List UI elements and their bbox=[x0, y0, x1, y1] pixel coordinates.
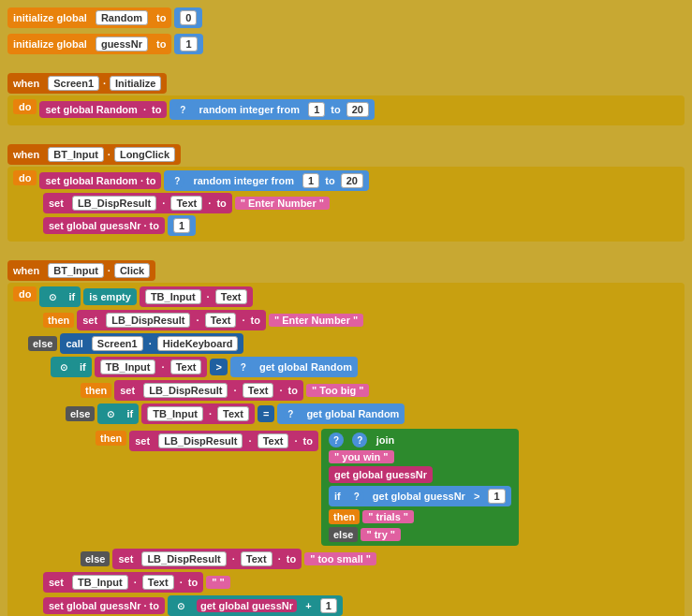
plus-block: ⊙ get global guessNr + 1 bbox=[168, 595, 343, 616]
when-longclick-header: when BT_Input · LongClick bbox=[7, 144, 181, 165]
guess-value-1: 1 bbox=[174, 34, 202, 54]
main-workspace: initialize global Random to 0 initialize… bbox=[7, 7, 685, 616]
set-lb-youwin: set LB_DispResult · Text · to bbox=[129, 431, 318, 451]
set-lb-toobig: set LB_DispResult · Text · to bbox=[114, 380, 303, 401]
set-lb-toosmall: set LB_DispResult · Text · to bbox=[112, 549, 302, 569]
else-keyword-2: else bbox=[66, 406, 95, 421]
inner-if-block: if ? get global guessNr > 1 bbox=[329, 486, 511, 506]
tb-text-gt: TB_Input · Text bbox=[95, 357, 208, 377]
else-keyword-3: else bbox=[81, 551, 110, 566]
then-keyword-2: then bbox=[81, 383, 111, 398]
then-keyword-3: then bbox=[96, 431, 126, 446]
init-guessnr-block[interactable]: initialize global guessNr to 1 bbox=[7, 34, 685, 54]
get-random-eq: ? get global Random bbox=[277, 403, 405, 424]
init-random-label: initialize global Random to bbox=[7, 7, 171, 28]
get-guessnr-plus: get global guessNr bbox=[197, 599, 297, 612]
too-big-string: " Too big " bbox=[306, 384, 369, 397]
empty-string: " " bbox=[206, 576, 230, 589]
join-block: ? ? join " you win " get global guessNr bbox=[321, 429, 519, 546]
gt-op: > bbox=[210, 359, 227, 375]
set-guessnr-longclick: set global guessNr · to bbox=[43, 217, 165, 234]
when-screen-body: do set global Random · to ? random integ… bbox=[7, 95, 685, 125]
call-hide-keyboard: call Screen1 · HideKeyboard bbox=[60, 333, 243, 354]
set-lb-then1: set LB_DispResult · Text · to bbox=[77, 310, 266, 330]
random-int-screen: ? random integer from 1 to 20 bbox=[169, 99, 375, 120]
is-empty-cond: is empty bbox=[83, 288, 137, 305]
random-int-longclick: ? random integer from 1 to 20 bbox=[164, 170, 369, 191]
you-win-string: " you win " bbox=[329, 450, 394, 463]
init-random-block[interactable]: initialize global Random to 0 bbox=[7, 7, 685, 28]
then-keyword-inner: then bbox=[329, 509, 360, 524]
get-random-gt: ? get global Random bbox=[230, 357, 358, 377]
when-click-body: do ⊙ if is empty TB_Input · Text then bbox=[7, 283, 685, 616]
enter-number-string-longclick: " Enter Number " bbox=[235, 197, 330, 210]
if-gt-block: ⊙ if bbox=[51, 357, 92, 377]
eq-op: = bbox=[258, 405, 274, 422]
set-tb-empty: set TB_Input · Text · to bbox=[43, 572, 203, 593]
random-value-0: 0 bbox=[174, 7, 202, 28]
get-guess-join: get global guessNr bbox=[329, 466, 433, 483]
set-guess-increment: set global guessNr · to bbox=[43, 597, 165, 614]
when-screen-block[interactable]: when Screen1 · Initialize do set global … bbox=[7, 73, 685, 125]
else-keyword-1: else bbox=[28, 336, 57, 351]
else-keyword-inner: else bbox=[329, 527, 358, 542]
when-click-block[interactable]: when BT_Input · Click do ⊙ if is empty T… bbox=[7, 260, 685, 616]
enter-number-string-1: " Enter Number " bbox=[269, 314, 363, 327]
when-screen-header: when Screen1 · Initialize bbox=[7, 73, 167, 94]
when-click-header: when BT_Input · Click bbox=[7, 260, 155, 281]
guessnr-val-longclick: 1 bbox=[168, 215, 196, 236]
too-small-string: " too small " bbox=[304, 552, 376, 565]
if-empty-block: ⊙ if bbox=[39, 286, 81, 307]
when-longclick-block[interactable]: when BT_Input · LongClick do set global … bbox=[7, 144, 685, 242]
try-string: " try " bbox=[361, 528, 401, 541]
tb-text-eq: TB_Input · Text bbox=[141, 403, 255, 424]
tb-input-text-block: TB_Input · Text bbox=[140, 286, 253, 307]
if-eq-block: ⊙ if bbox=[97, 403, 139, 424]
init-guess-label: initialize global guessNr to bbox=[7, 34, 171, 54]
trials-string: " trials " bbox=[362, 510, 414, 523]
set-random-row: set global Random · to bbox=[39, 101, 167, 118]
set-lb-longclick: set LB_DispResult · Text · to bbox=[43, 193, 232, 213]
when-longclick-body: do set global Random · to ? random integ… bbox=[7, 167, 685, 242]
then-keyword-1: then bbox=[43, 313, 74, 328]
set-random-longclick: set global Random · to bbox=[39, 172, 161, 189]
